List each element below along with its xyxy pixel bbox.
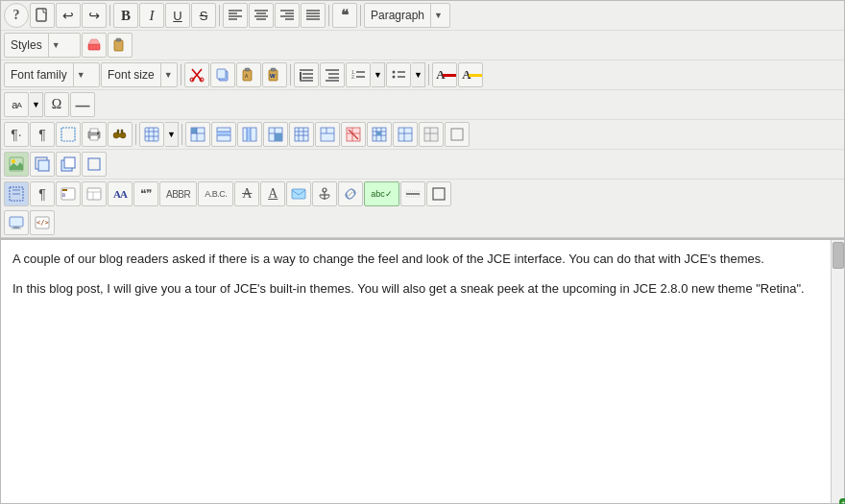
svg-rect-23 xyxy=(116,38,121,41)
email-button[interactable] xyxy=(286,181,311,206)
table-btn5[interactable] xyxy=(289,122,314,147)
font-size-arrow-icon: ▼ xyxy=(160,62,176,87)
align-justify-button[interactable] xyxy=(301,3,326,28)
clear-formatting-button[interactable] xyxy=(82,33,107,58)
table-btn10[interactable] xyxy=(419,122,444,147)
table-btn6[interactable] xyxy=(315,122,340,147)
para-show-button[interactable]: ¶ xyxy=(30,181,55,206)
list-unordered-arrow[interactable]: ▼ xyxy=(412,62,425,87)
styles-dropdown[interactable]: Styles ▼ xyxy=(4,33,81,58)
table-btn1[interactable] xyxy=(185,122,210,147)
source-code2-button[interactable]: </> xyxy=(30,210,55,235)
content-area-wrapper: A couple of our blog readers asked if th… xyxy=(1,240,844,503)
font-size-dropdown[interactable]: Font size ▼ xyxy=(101,62,178,87)
char-map-button[interactable]: AA xyxy=(108,181,133,206)
abbr2-button[interactable]: ABBR xyxy=(159,181,197,206)
image-insert-button[interactable]: + xyxy=(4,152,29,177)
bold-button[interactable]: B xyxy=(113,3,138,28)
hr-button[interactable]: — xyxy=(70,92,95,117)
svg-rect-125 xyxy=(292,189,305,199)
align-right-button[interactable] xyxy=(275,3,300,28)
text-color-button[interactable]: A xyxy=(432,62,457,87)
paste-button[interactable]: A xyxy=(236,62,261,87)
abbr-button[interactable]: ❝❞ xyxy=(133,181,158,206)
svg-rect-112 xyxy=(38,160,49,171)
sub-arrow[interactable]: ▼ xyxy=(30,92,43,117)
svg-point-49 xyxy=(393,71,396,74)
pilcrow-button[interactable]: ¶ xyxy=(30,122,55,147)
copy-button[interactable] xyxy=(210,62,235,87)
source-code-button[interactable]: B xyxy=(56,181,81,206)
layer-btn3[interactable] xyxy=(82,152,107,177)
abc-button[interactable]: A.B.C. xyxy=(198,181,233,206)
paste-text-button[interactable] xyxy=(108,33,133,58)
blockquote-button[interactable]: ❝ xyxy=(332,3,357,28)
align-left-button[interactable] xyxy=(223,3,248,28)
scrollbar[interactable] xyxy=(831,240,844,503)
table-btn3[interactable] xyxy=(237,122,262,147)
svg-rect-69 xyxy=(191,128,197,133)
print-button[interactable] xyxy=(82,122,107,147)
table-arrow-icon[interactable]: ▼ xyxy=(165,122,179,147)
svg-rect-132 xyxy=(10,217,23,227)
svg-rect-73 xyxy=(217,132,230,135)
anchor-button[interactable] xyxy=(312,181,337,206)
help-button[interactable]: ? xyxy=(4,3,29,28)
table-btn11[interactable] xyxy=(445,122,470,147)
paragraph-dropdown[interactable]: Paragraph ▼ xyxy=(364,3,450,28)
underline-button[interactable]: U xyxy=(165,3,190,28)
table-btn2[interactable] xyxy=(211,122,236,147)
redo-button[interactable]: ↩ xyxy=(82,3,107,28)
strikethrough2-button[interactable]: A xyxy=(234,181,259,206)
cut-button[interactable] xyxy=(184,62,209,87)
font-family-dropdown[interactable]: Font family ▼ xyxy=(4,62,100,87)
divider-button[interactable] xyxy=(400,181,425,206)
show-blocks-button[interactable]: ¶· xyxy=(4,122,29,147)
styles-label: Styles xyxy=(5,38,48,52)
bg-color-button[interactable]: A xyxy=(458,62,483,87)
spellcheck-button[interactable]: abc✓ xyxy=(364,181,399,206)
svg-rect-29 xyxy=(217,69,226,79)
new-doc-button[interactable] xyxy=(30,3,55,28)
link-button[interactable] xyxy=(338,181,363,206)
strikethrough-button[interactable]: S xyxy=(191,3,216,28)
svg-rect-115 xyxy=(88,158,100,170)
layer-btn1[interactable] xyxy=(30,152,55,177)
scrollbar-thumb[interactable] xyxy=(833,242,844,269)
subscript-button[interactable]: aA xyxy=(4,92,29,117)
underline2-button[interactable]: A xyxy=(260,181,285,206)
special-chars-button[interactable]: Ω xyxy=(44,92,69,117)
svg-rect-40 xyxy=(300,72,302,80)
svg-rect-102 xyxy=(398,128,412,141)
ordered-list-button[interactable]: 1.2. xyxy=(346,62,371,87)
find-replace-button[interactable] xyxy=(108,122,133,147)
table-btn4[interactable] xyxy=(263,122,288,147)
undo-button[interactable]: ↩ xyxy=(56,3,81,28)
paste-word-button[interactable]: W xyxy=(262,62,287,87)
svg-rect-108 xyxy=(451,129,463,140)
table-insert-button[interactable] xyxy=(139,122,164,147)
visual-aid-button[interactable] xyxy=(56,122,81,147)
toolbar-row-7: ¶ B AA ❝❞ ABBR A.B.C. A A xyxy=(1,180,844,208)
table-btn9[interactable] xyxy=(393,122,418,147)
preview-button[interactable] xyxy=(4,210,29,235)
align-center-button[interactable] xyxy=(249,3,274,28)
svg-rect-22 xyxy=(114,40,123,51)
editor-container: ? ↩ ↩ B I U S xyxy=(0,0,845,504)
unordered-list-button[interactable] xyxy=(386,62,411,87)
list-indent-button[interactable] xyxy=(294,62,319,87)
list-outdent-button[interactable] xyxy=(320,62,345,87)
editor-content[interactable]: A couple of our blog readers asked if th… xyxy=(1,240,831,503)
table-btn8[interactable] xyxy=(367,122,392,147)
layer-btn2[interactable] xyxy=(56,152,81,177)
toolbar-row-6: + xyxy=(1,150,844,180)
italic-button[interactable]: I xyxy=(139,3,164,28)
content-paragraph-2: In this blog post, I will give you a tou… xyxy=(12,279,819,300)
box-button[interactable] xyxy=(426,181,451,206)
svg-rect-31 xyxy=(245,68,250,71)
block-button[interactable] xyxy=(4,181,29,206)
table-btn7[interactable] xyxy=(341,122,366,147)
font-family-arrow-icon: ▼ xyxy=(73,62,88,87)
list-ordered-arrow[interactable]: ▼ xyxy=(372,62,385,87)
template-button[interactable] xyxy=(82,181,107,206)
